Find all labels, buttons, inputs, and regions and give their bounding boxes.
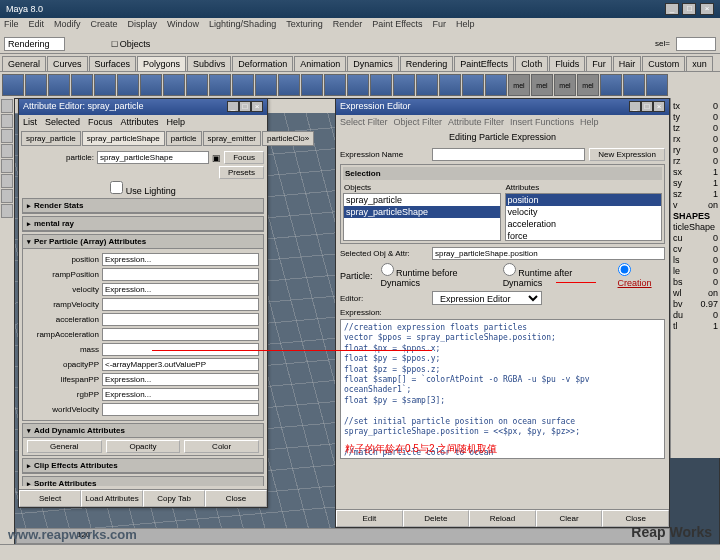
- shelf-icon[interactable]: [255, 74, 277, 96]
- shelf-icon[interactable]: [232, 74, 254, 96]
- attr-field[interactable]: [102, 373, 259, 386]
- shelf-tab[interactable]: Rendering: [400, 56, 454, 71]
- close-button[interactable]: Close: [602, 510, 669, 527]
- attr-field[interactable]: [102, 313, 259, 326]
- select-button[interactable]: Select: [19, 490, 81, 507]
- shelf-tab[interactable]: Animation: [294, 56, 346, 71]
- objects-list[interactable]: spray_particle spray_particleShape: [343, 193, 501, 241]
- clear-button[interactable]: Clear: [536, 510, 603, 527]
- menu-item[interactable]: File: [4, 19, 19, 33]
- shelf-tab[interactable]: Hair: [613, 56, 642, 71]
- shelf-icon[interactable]: [94, 74, 116, 96]
- shelf-icon[interactable]: [48, 74, 70, 96]
- shelf-icon[interactable]: [25, 74, 47, 96]
- shelf-tab[interactable]: Custom: [642, 56, 685, 71]
- minimize-icon[interactable]: _: [629, 101, 641, 112]
- minimize-icon[interactable]: _: [227, 101, 239, 112]
- mel-icon[interactable]: mel: [531, 74, 553, 96]
- shelf-tab[interactable]: Deformation: [232, 56, 293, 71]
- maximize-icon[interactable]: □: [641, 101, 653, 112]
- menu-item[interactable]: Create: [91, 19, 118, 33]
- creation-radio[interactable]: [618, 263, 631, 276]
- shelf-tab[interactable]: Cloth: [515, 56, 548, 71]
- menu-item[interactable]: Fur: [433, 19, 447, 33]
- attr-field[interactable]: [102, 388, 259, 401]
- close-icon[interactable]: ×: [251, 101, 263, 112]
- runtime-before-radio[interactable]: [381, 263, 394, 276]
- section-render-stats[interactable]: Render Stats: [23, 199, 263, 213]
- menu-item[interactable]: Help: [456, 19, 475, 33]
- shelf-icon[interactable]: [393, 74, 415, 96]
- attr-field[interactable]: [102, 283, 259, 296]
- new-expression-button[interactable]: New Expression: [589, 148, 665, 161]
- tool-icon[interactable]: [1, 144, 13, 158]
- tool-icon[interactable]: [1, 129, 13, 143]
- close-button[interactable]: Close: [205, 490, 267, 507]
- shelf-icon[interactable]: [485, 74, 507, 96]
- shelf-icon[interactable]: [623, 74, 645, 96]
- goto-icon[interactable]: ▣: [212, 153, 221, 163]
- shelf-icon[interactable]: [439, 74, 461, 96]
- copy-tab-button[interactable]: Copy Tab: [143, 490, 205, 507]
- sel-input[interactable]: [676, 37, 716, 51]
- mode-dropdown[interactable]: Rendering: [4, 37, 65, 51]
- section-per-particle[interactable]: Per Particle (Array) Attributes: [23, 235, 263, 249]
- shelf-icon[interactable]: [186, 74, 208, 96]
- attr-tab[interactable]: particle: [166, 131, 202, 146]
- menu-item[interactable]: Texturing: [286, 19, 323, 33]
- attr-field[interactable]: [102, 403, 259, 416]
- load-attributes-button[interactable]: Load Attributes: [81, 490, 143, 507]
- section-clip-effects[interactable]: Clip Effects Attributes: [23, 459, 263, 473]
- shelf-icon[interactable]: [117, 74, 139, 96]
- attributes-list[interactable]: position velocity acceleration force inp…: [505, 193, 663, 241]
- mel-icon[interactable]: mel: [577, 74, 599, 96]
- expr-name-input[interactable]: [432, 148, 585, 161]
- attr-field[interactable]: [102, 298, 259, 311]
- shelf-icon[interactable]: [347, 74, 369, 96]
- focus-button[interactable]: Focus: [224, 151, 264, 164]
- mel-icon[interactable]: mel: [554, 74, 576, 96]
- presets-button[interactable]: Presets: [219, 166, 264, 179]
- menu-item[interactable]: Window: [167, 19, 199, 33]
- shelf-tab[interactable]: Fur: [586, 56, 612, 71]
- shelf-tab[interactable]: xun: [686, 56, 713, 71]
- shelf-tab[interactable]: PaintEffects: [454, 56, 514, 71]
- tool-icon[interactable]: [1, 114, 13, 128]
- menu-item[interactable]: Display: [128, 19, 158, 33]
- shelf-icon[interactable]: [600, 74, 622, 96]
- attr-tab[interactable]: particleClo»: [262, 131, 314, 146]
- menu-item[interactable]: Lighting/Shading: [209, 19, 276, 33]
- channel-box[interactable]: tx0ty0tz0rx0ry0rz0sx1sy1sz1vonSHAPESticl…: [670, 98, 720, 458]
- shelf-icon[interactable]: [416, 74, 438, 96]
- shelf-icon[interactable]: [324, 74, 346, 96]
- menu-item[interactable]: Render: [333, 19, 363, 33]
- shelf-tab[interactable]: Subdivs: [187, 56, 231, 71]
- shelf-icon[interactable]: [2, 74, 24, 96]
- tool-icon[interactable]: [1, 99, 13, 113]
- shelf-tab[interactable]: Surfaces: [89, 56, 137, 71]
- minimize-icon[interactable]: _: [665, 3, 679, 15]
- shelf-tab[interactable]: Curves: [47, 56, 88, 71]
- attr-tab[interactable]: spray_emitter: [203, 131, 261, 146]
- tool-icon[interactable]: [1, 204, 13, 218]
- shelf-tab[interactable]: Dynamics: [347, 56, 399, 71]
- maximize-icon[interactable]: □: [239, 101, 251, 112]
- tool-icon[interactable]: [1, 174, 13, 188]
- menu-item[interactable]: Paint Effects: [372, 19, 422, 33]
- attr-tab[interactable]: spray_particleShape: [82, 131, 165, 146]
- attr-field[interactable]: [102, 253, 259, 266]
- runtime-after-radio[interactable]: [503, 263, 516, 276]
- section-sprite[interactable]: Sprite Attributes: [23, 477, 263, 486]
- shelf-icon[interactable]: [646, 74, 668, 96]
- shelf-tab[interactable]: General: [2, 56, 46, 71]
- tool-icon[interactable]: [1, 159, 13, 173]
- sel-obj-attr-input[interactable]: [432, 247, 665, 260]
- close-icon[interactable]: ×: [653, 101, 665, 112]
- particle-name-field[interactable]: [97, 151, 209, 164]
- shelf-icon[interactable]: [301, 74, 323, 96]
- shelf-icon[interactable]: [71, 74, 93, 96]
- delete-button[interactable]: Delete: [403, 510, 470, 527]
- section-add-dynamic[interactable]: Add Dynamic Attributes: [23, 424, 263, 438]
- shelf-icon[interactable]: [370, 74, 392, 96]
- opacity-button[interactable]: Opacity: [106, 440, 181, 453]
